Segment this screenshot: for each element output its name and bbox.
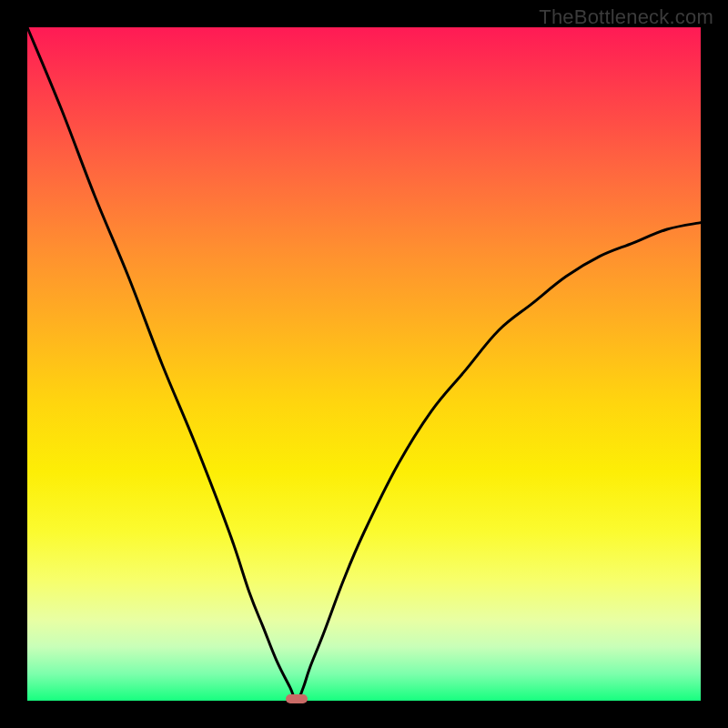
bottleneck-curve (27, 27, 701, 701)
plot-area (27, 27, 701, 701)
ideal-marker (286, 694, 308, 703)
watermark-text: TheBottleneck.com (539, 5, 713, 29)
